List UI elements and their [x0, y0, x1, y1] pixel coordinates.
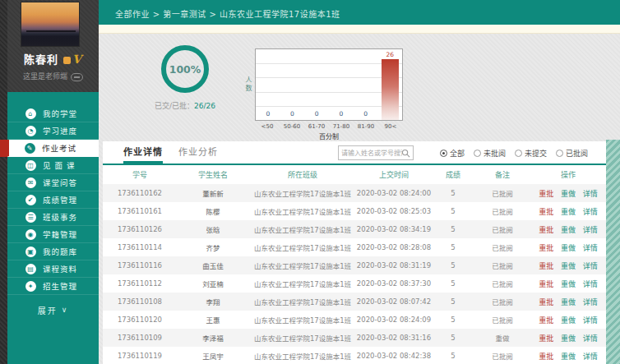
sidebar-item-course-materials[interactable]: ▤课程资料 — [7, 260, 99, 278]
rebatch-link[interactable]: 重批 — [539, 280, 553, 288]
chart-value-label: 0 — [354, 110, 378, 117]
sidebar-item-enrollment[interactable]: ✦招生管理 — [7, 278, 99, 295]
col-note: 备注 — [474, 165, 530, 184]
redo-link[interactable]: 重做 — [561, 226, 576, 234]
tab-homework-details[interactable]: 作业详情 — [123, 141, 163, 164]
detail-link[interactable]: 详情 — [583, 262, 598, 270]
chart-x-tick: 61-70 — [304, 123, 329, 130]
cell-score: 5 — [432, 238, 474, 256]
cell-student-name: 李泽福 — [177, 329, 249, 347]
cell-student-id: 1736110114 — [103, 238, 177, 256]
cell-actions: 重批 重做 详情 — [530, 202, 606, 220]
cell-submit-time: 2020-03-02 08:24:00 — [356, 184, 432, 202]
cell-submit-time: 2020-03-02 08:24:09 — [356, 311, 432, 329]
rebatch-link[interactable]: 重批 — [539, 352, 553, 361]
table-header-row: 学号 学生姓名 所在班级 上交时间 成绩 备注 操作 — [103, 165, 606, 184]
rebatch-link[interactable]: 重批 — [539, 190, 553, 198]
submitted-summary: 已交/已批：26/26 — [132, 100, 238, 111]
redo-link[interactable]: 重做 — [561, 334, 576, 343]
cell-score: 5 — [432, 293, 474, 311]
chart-column: 0 — [329, 49, 354, 120]
rebatch-link[interactable]: 重批 — [539, 208, 553, 216]
filter-radios: 全部 未批阅 未提交 已批阅 — [431, 148, 588, 159]
rebatch-link[interactable]: 重批 — [539, 316, 553, 325]
sidebar-item-student-status[interactable]: ◉学籍管理 — [7, 226, 99, 243]
expand-button[interactable]: 展开∨ — [7, 300, 99, 320]
detail-link[interactable]: 详情 — [583, 298, 598, 306]
chart-value-label: 0 — [256, 110, 280, 117]
cell-actions: 重批 重做 详情 — [530, 256, 606, 274]
profile-photo[interactable] — [21, 2, 80, 47]
filter-unsubmitted[interactable]: 未提交 — [515, 148, 547, 159]
redo-link[interactable]: 重做 — [561, 352, 576, 361]
radio-icon — [515, 150, 522, 157]
cell-student-name: 张晗 — [177, 220, 249, 238]
table-row: 1736110162 董新新 山东农业工程学院17设施本1班 2020-03-0… — [103, 184, 606, 202]
search-input[interactable] — [341, 146, 402, 159]
sidebar-item-homework-exam[interactable]: ✎作业考试 — [7, 140, 99, 157]
cell-class: 山东农业工程学院17设施本1班 — [249, 202, 356, 220]
sidebar-item-learning-progress[interactable]: ◔学习进度 — [7, 122, 99, 140]
student-status-icon: ◉ — [25, 229, 36, 240]
cell-score: 5 — [432, 311, 474, 329]
cell-actions: 重批 重做 详情 — [530, 184, 606, 202]
cell-class: 山东农业工程学院17设施本1班 — [249, 238, 356, 256]
chart-bar — [382, 59, 399, 120]
cell-actions: 重批 重做 详情 — [530, 220, 606, 238]
detail-link[interactable]: 详情 — [583, 190, 598, 198]
detail-link[interactable]: 详情 — [583, 316, 598, 325]
redo-link[interactable]: 重做 — [561, 280, 576, 288]
sidebar-item-question-bank[interactable]: ▣我的题库 — [7, 243, 99, 260]
rebatch-link[interactable]: 重批 — [539, 262, 553, 270]
detail-link[interactable]: 详情 — [583, 208, 598, 216]
search-box — [338, 145, 414, 160]
filter-all[interactable]: 全部 — [440, 148, 465, 159]
cell-note: 已批阅 — [474, 347, 530, 364]
cell-student-id: 1736110162 — [103, 184, 177, 202]
table-row: 1736110119 王凤宇 山东农业工程学院17设施本1班 2020-03-0… — [103, 347, 606, 364]
detail-link[interactable]: 详情 — [583, 244, 598, 252]
sidebar-item-my-school[interactable]: ⌂我的学堂 — [7, 105, 99, 122]
sidebar-item-meeting-course[interactable]: ◫见 面 课 — [7, 157, 99, 174]
filter-graded[interactable]: 已批阅 — [556, 148, 588, 159]
redo-link[interactable]: 重做 — [561, 316, 576, 325]
redo-link[interactable]: 重做 — [561, 190, 576, 198]
sidebar-item-grades[interactable]: ✔成绩管理 — [7, 191, 99, 209]
filter-ungraded[interactable]: 未批阅 — [474, 148, 506, 159]
redo-link[interactable]: 重做 — [561, 208, 576, 216]
chart-value-label: 0 — [304, 110, 329, 117]
sidebar-item-class-qa[interactable]: ✉课堂问答 — [7, 174, 99, 191]
top-header: 全部作业 > 第一章测试 > 山东农业工程学院17设施本1班 — [99, 0, 620, 25]
detail-link[interactable]: 详情 — [583, 334, 598, 343]
redo-link[interactable]: 重做 — [561, 244, 576, 252]
table-row: 1736110114 齐梦 山东农业工程学院17设施本1班 2020-03-02… — [103, 238, 606, 256]
cell-actions: 重批 重做 详情 — [530, 311, 606, 329]
detail-link[interactable]: 详情 — [583, 226, 598, 234]
redo-link[interactable]: 重做 — [561, 262, 576, 270]
redo-link[interactable]: 重做 — [561, 298, 576, 306]
homework-exam-icon: ✎ — [25, 143, 35, 154]
breadcrumb[interactable]: 全部作业 > 第一章测试 > 山东农业工程学院17设施本1班 — [115, 7, 340, 20]
rebatch-link[interactable]: 重批 — [539, 334, 553, 343]
meeting-course-icon: ◫ — [25, 160, 36, 171]
rebatch-link[interactable]: 重批 — [539, 226, 553, 234]
cell-student-name: 李翔 — [177, 293, 249, 311]
radio-icon — [440, 150, 447, 157]
progress-icon: ◔ — [25, 126, 36, 136]
tab-homework-analysis[interactable]: 作业分析 — [178, 141, 218, 164]
table-row: 1736110120 王惠 山东农业工程学院17设施本1班 2020-03-02… — [103, 311, 606, 329]
detail-link[interactable]: 详情 — [583, 280, 598, 288]
rebatch-link[interactable]: 重批 — [539, 244, 553, 252]
teacher-badge-icon — [63, 57, 71, 64]
cell-score: 5 — [432, 256, 474, 274]
edit-icon[interactable] — [71, 73, 83, 81]
sidebar-item-class-affairs[interactable]: ☰班级事务 — [7, 209, 99, 226]
chart-columns: 0000026 — [256, 49, 402, 120]
cell-class: 山东农业工程学院17设施本1班 — [249, 256, 356, 274]
profile-subtitle: 这里是老师端 — [23, 72, 67, 81]
cell-score: 5 — [432, 184, 474, 202]
rebatch-link[interactable]: 重批 — [539, 298, 553, 306]
search-icon[interactable] — [401, 149, 410, 158]
cell-submit-time: 2020-03-02 08:31:19 — [356, 256, 432, 274]
detail-link[interactable]: 详情 — [583, 352, 598, 361]
